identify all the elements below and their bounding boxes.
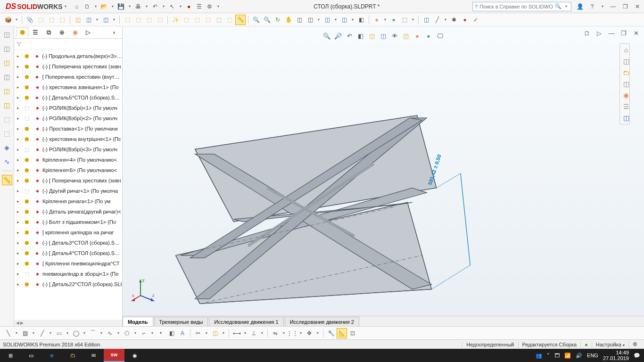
help-search[interactable]: ? 🔍 ▾ [472, 2, 571, 11]
tree-item[interactable]: ▸⬢◆[ кріплення циліндра на ричаг [14, 227, 122, 238]
taskview-button[interactable]: ▭ [21, 349, 41, 362]
sk-move-icon[interactable]: ✥ [304, 328, 314, 338]
taskpane-forum-icon[interactable]: ◫ [621, 113, 631, 123]
help-search-input[interactable] [479, 4, 553, 9]
print-dropdown[interactable]: ▾ [144, 2, 149, 11]
mail-icon[interactable]: ✉ [83, 349, 104, 362]
tree-expand-icon[interactable]: ▸ [17, 251, 22, 255]
zoom-fit-icon[interactable]: 🔍 [251, 15, 261, 25]
tree-item[interactable]: ▸⬢◆Кріплення ричага<1> (По ум [14, 196, 122, 206]
hud-section-icon[interactable]: ◧ [355, 31, 366, 41]
edge-icon[interactable]: e [41, 349, 62, 362]
sk-fillet-icon[interactable]: ⌐ [139, 328, 149, 338]
pattern-icon[interactable]: ⬚ [57, 15, 67, 25]
tool-icon-1[interactable]: ◫ [83, 15, 94, 25]
tree-tab-config[interactable]: ⧉ [42, 27, 55, 38]
asm-icon-1[interactable]: ⬚ [122, 15, 132, 25]
insert-component-icon[interactable]: ⬚ [35, 15, 46, 25]
logo-menu-dropdown[interactable]: ▾ [63, 2, 68, 11]
dd[interactable]: ▾ [382, 15, 388, 25]
search-dropdown[interactable]: ▾ [563, 2, 569, 11]
dd[interactable]: ▾ [14, 15, 19, 25]
hud-render-icon[interactable]: 🖵 [435, 31, 445, 41]
taskbar-clock[interactable]: 14:49 27.01.2019 [603, 350, 629, 361]
view-orient-icon[interactable]: ◫ [339, 15, 349, 25]
tray-up-icon[interactable]: ˄ [547, 353, 550, 359]
view-icon-2[interactable]: ◫ [305, 15, 315, 25]
new-dropdown[interactable]: ▾ [93, 2, 99, 11]
open-button[interactable]: 📂 [99, 2, 109, 11]
dd[interactable]: ▾ [443, 15, 448, 25]
status-gear[interactable]: ⚙ [628, 341, 641, 347]
lv-curve-icon[interactable]: ∿ [2, 156, 12, 167]
sk-pattern-icon[interactable]: ⋮⋮ [287, 328, 297, 338]
settings-button[interactable]: ⚙ [205, 2, 215, 11]
sk-rel-icon[interactable]: ⊥ [248, 328, 259, 338]
tree-item[interactable]: ▸⬢◆(-) [ Поперечина хрестових (зовн [14, 175, 122, 186]
taskpane-home-icon[interactable]: ⌂ [621, 45, 631, 55]
mate-icon[interactable]: ⬚ [46, 15, 57, 25]
tree-expand-icon[interactable]: ▸ [17, 272, 22, 276]
tree-item[interactable]: ▸⬚◆(-) РОЛИК(Взбрі)<2> (По умолч [14, 113, 122, 123]
hud-appear2-icon[interactable]: ● [423, 31, 434, 41]
tree-item[interactable]: ▸⬚◆пневмоциліндр в зборці<1> (По [14, 269, 122, 279]
display-icon[interactable]: ◫ [322, 15, 332, 25]
sk-convert-icon[interactable]: ◫ [210, 328, 220, 338]
sk-circle-icon[interactable]: ◯ [71, 328, 81, 338]
help-dropdown[interactable]: ▾ [600, 2, 605, 11]
tree-item[interactable]: ▸⬚◆(-) РОЛИК(Взбрі)<1> (По умолч [14, 103, 122, 113]
lv-cube-icon-2[interactable]: ◫ [2, 43, 12, 54]
tree-expand-icon[interactable]: ▸ [17, 106, 22, 110]
zoom-area-icon[interactable]: 🔍 [262, 15, 272, 25]
tree-item[interactable]: ▸⬢◆[ Поперечина хрестовин (внутріш [14, 72, 122, 82]
dd[interactable]: ▾ [350, 15, 355, 25]
sk-text-icon[interactable]: A [177, 328, 188, 338]
save-button[interactable]: 💾 [116, 2, 126, 11]
asm-icon-7[interactable]: ⬚ [203, 15, 213, 25]
tree-expand-icon[interactable]: ▸ [17, 157, 22, 162]
sk-spline-icon[interactable]: ∿ [105, 328, 115, 338]
tree-item[interactable]: ▸⬢◆(-) Продольна деталь(верх)<3> (П [14, 51, 122, 61]
tree-expand-icon[interactable]: ▸ [17, 74, 22, 79]
explorer-icon[interactable]: 🗀 [62, 349, 83, 362]
check-icon[interactable]: ✓ [471, 15, 481, 25]
select-button[interactable]: ↖ [167, 2, 177, 11]
lv-pattern-icon[interactable]: ⬚ [2, 114, 12, 124]
help-button[interactable]: ? [587, 2, 597, 11]
appear-icon-2[interactable]: ● [388, 15, 399, 25]
vp-min-icon[interactable]: — [606, 28, 617, 38]
tab-model[interactable]: Модель [123, 317, 153, 326]
sk-dim-icon[interactable]: ⟷ [231, 328, 242, 338]
tree-expand-icon[interactable]: ▸ [17, 137, 22, 141]
wifi-icon[interactable]: 📶 [564, 353, 571, 359]
feature-icon[interactable]: ◫ [73, 15, 83, 25]
orientation-triad[interactable]: y x z [131, 274, 159, 303]
vp-next-icon[interactable]: ▷ [594, 28, 604, 38]
save-dropdown[interactable]: ▾ [127, 2, 132, 11]
hud-hide-icon[interactable]: 👁 [389, 31, 400, 41]
home-button[interactable]: ⌂ [72, 2, 82, 11]
sk-snap-icon[interactable]: ⊡ [347, 328, 358, 338]
tree-item[interactable]: ▸⬢◆(-) [ Деталь5^СТОЛ (сборка).SLDI [14, 92, 122, 103]
appear-icon-1[interactable]: ● [372, 15, 382, 25]
sk-poly-icon[interactable]: ⬠ [122, 328, 132, 338]
tree-expand-icon[interactable]: ▸ [17, 64, 22, 69]
filter-icon[interactable]: ▽ [17, 41, 21, 47]
3d-viewport[interactable]: 🔍 🔎 ↶ ◧ ◫ ◫ 👁 ◫ ● ● 🖵 🗋 ▷ — ❐ ✕ [123, 26, 644, 326]
volume-icon[interactable]: 🔊 [576, 353, 582, 359]
hud-display-icon[interactable]: ◫ [378, 31, 388, 41]
vp-max-icon[interactable]: ❐ [619, 28, 629, 38]
dd[interactable]: ▾ [316, 15, 322, 25]
tab-motion1[interactable]: Исследование движения 1 [209, 317, 283, 326]
print-button[interactable]: 🖶 [133, 2, 143, 11]
asm-icon-6[interactable]: ⬚ [192, 15, 202, 25]
rotate-icon[interactable]: ↻ [272, 15, 283, 25]
dd[interactable]: ▾ [111, 15, 117, 25]
solidworks-taskbar-icon[interactable]: SW [104, 349, 124, 362]
tree-item[interactable]: ▸⬚◆(-) Другий ричаг<1> (По умолча [14, 186, 122, 196]
tree-item[interactable]: ▸⬢◆(-) [ Деталь22^СТОЛ (сборка).SLI [14, 279, 122, 289]
undo-dropdown[interactable]: ▾ [161, 2, 166, 11]
rebuild-button[interactable]: ● [184, 2, 194, 11]
asm-icon-8[interactable]: ⬚ [214, 15, 224, 25]
asm-icon-2[interactable]: ⬚ [133, 15, 143, 25]
